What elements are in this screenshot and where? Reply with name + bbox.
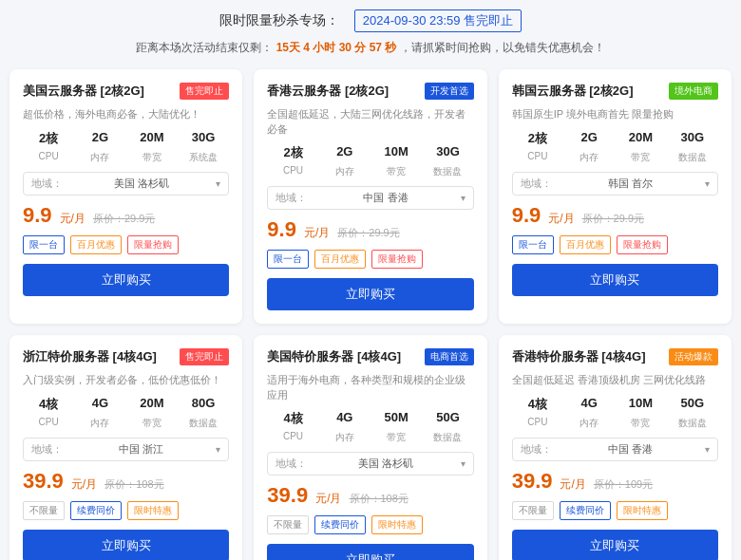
- tag-0-card-1: 限一台: [23, 235, 65, 254]
- spec-value-1: 2G: [319, 144, 370, 161]
- spec-label-3: 系统盘: [178, 151, 229, 164]
- tags-row-1: 限一台百月优惠限量抢购: [23, 235, 229, 254]
- buy-button-2[interactable]: 立即购买: [267, 278, 473, 310]
- price-original-1: 原价：29.9元: [93, 212, 155, 226]
- spec-value-3: 30G: [178, 130, 229, 147]
- countdown-prefix: 距离本场次活动结束仅剩：: [136, 41, 273, 54]
- spec-value-0: 2核: [512, 130, 563, 147]
- chevron-down-icon: ▾: [461, 458, 466, 469]
- tag-1-card-1: 百月优惠: [70, 235, 122, 254]
- card-badge-2: 开发首选: [425, 83, 474, 100]
- buy-button-6[interactable]: 立即购买: [512, 530, 718, 560]
- region-select-2[interactable]: 地域：中国 香港▾: [267, 186, 473, 210]
- region-select-3[interactable]: 地域：韩国 首尔▾: [512, 172, 718, 196]
- card-header-2: 香港云服务器 [2核2G]开发首选: [267, 83, 473, 100]
- tag-2-card-1: 限量抢购: [127, 235, 179, 254]
- spec-value-2: 10M: [370, 144, 422, 161]
- region-select-5[interactable]: 地域：美国 洛杉矶▾: [267, 452, 473, 476]
- cards-grid: 美国云服务器 [2核2G]售完即止超低价格，海外电商必备，大陆优化！2核2G20…: [10, 69, 732, 560]
- tag-2-card-4: 限时特惠: [127, 501, 179, 520]
- card-desc-1: 超低价格，海外电商必备，大陆优化！: [23, 107, 229, 121]
- tag-0-card-2: 限一台: [267, 250, 309, 269]
- region-label: 地域：: [31, 177, 63, 191]
- price-main-6: 39.9: [512, 469, 553, 494]
- spec-label-1: 内存: [74, 151, 125, 164]
- card-title-1: 美国云服务器 [2核2G]: [23, 83, 174, 100]
- spec-value-2: 20M: [126, 130, 178, 147]
- buy-button-1[interactable]: 立即购买: [23, 264, 229, 296]
- region-value: 美国 洛杉矶: [358, 457, 413, 471]
- region-value: 美国 洛杉矶: [114, 177, 169, 191]
- region-value: 中国 香港: [363, 191, 408, 205]
- price-unit-3: 元/月: [548, 211, 574, 227]
- card-header-1: 美国云服务器 [2核2G]售完即止: [23, 83, 229, 100]
- buy-button-3[interactable]: 立即购买: [512, 264, 718, 296]
- product-card-5: 美国特价服务器 [4核4G]电商首选适用于海外电商，各种类型和规模的企业级应用4…: [254, 335, 486, 560]
- product-card-1: 美国云服务器 [2核2G]售完即止超低价格，海外电商必备，大陆优化！2核2G20…: [10, 69, 242, 324]
- card-desc-6: 全国超低延迟 香港顶级机房 三网优化线路: [512, 373, 718, 387]
- price-unit-2: 元/月: [304, 225, 330, 241]
- spec-label-0: CPU: [267, 165, 318, 178]
- buy-button-5[interactable]: 立即购买: [267, 544, 473, 560]
- region-value: 韩国 首尔: [608, 177, 653, 191]
- price-original-4: 原价：108元: [104, 477, 163, 492]
- buy-button-4[interactable]: 立即购买: [23, 530, 229, 560]
- price-row-1: 9.9元/月原价：29.9元: [23, 203, 229, 228]
- spec-value-1: 2G: [74, 130, 125, 147]
- price-main-4: 39.9: [23, 469, 64, 494]
- spec-label-3: 数据盘: [422, 431, 473, 444]
- region-select-4[interactable]: 地域：中国 浙江▾: [23, 438, 229, 461]
- card-desc-3: 韩国原生IP 境外电商首先 限量抢购: [512, 107, 718, 121]
- chevron-down-icon: ▾: [705, 444, 710, 455]
- tag-0-card-3: 限一台: [512, 235, 554, 254]
- region-label: 地域：: [276, 457, 307, 471]
- spec-value-3: 30G: [667, 130, 718, 147]
- spec-value-0: 2核: [23, 130, 74, 147]
- price-row-4: 39.9元/月原价：108元: [23, 469, 229, 494]
- price-main-2: 9.9: [267, 217, 296, 242]
- card-specs-4: 4核4G20M80GCPU内存带宽数据盘: [23, 396, 229, 430]
- region-select-6[interactable]: 地域：中国 香港▾: [512, 438, 718, 461]
- tags-row-5: 不限量续费同价限时特惠: [267, 515, 473, 534]
- chevron-down-icon: ▾: [705, 178, 710, 189]
- card-header-6: 香港特价服务器 [4核4G]活动爆款: [512, 348, 718, 365]
- card-specs-2: 2核2G10M30GCPU内存带宽数据盘: [267, 144, 473, 178]
- spec-value-0: 4核: [267, 410, 318, 427]
- tags-row-4: 不限量续费同价限时特惠: [23, 501, 229, 520]
- spec-value-1: 4G: [319, 410, 370, 427]
- region-label: 地域：: [521, 177, 552, 191]
- card-desc-4: 入门级实例，开发者必备，低价优惠低价！: [23, 373, 229, 387]
- card-header-5: 美国特价服务器 [4核4G]电商首选: [267, 348, 473, 365]
- product-card-6: 香港特价服务器 [4核4G]活动爆款全国超低延迟 香港顶级机房 三网优化线路4核…: [499, 335, 732, 560]
- spec-value-2: 50M: [370, 410, 422, 427]
- spec-label-0: CPU: [23, 417, 74, 430]
- card-badge-3: 境外电商: [669, 83, 718, 100]
- chevron-down-icon: ▾: [216, 444, 220, 455]
- promo-title: 限时限量秒杀专场：: [219, 12, 339, 29]
- region-select-1[interactable]: 地域：美国 洛杉矶▾: [23, 172, 229, 196]
- card-header-3: 韩国云服务器 [2核2G]境外电商: [512, 83, 718, 100]
- chevron-down-icon: ▾: [461, 193, 466, 203]
- spec-label-2: 带宽: [370, 431, 422, 444]
- spec-value-0: 2核: [267, 144, 318, 161]
- spec-label-3: 数据盘: [667, 151, 718, 164]
- tag-2-card-5: 限时特惠: [371, 515, 423, 534]
- spec-value-2: 10M: [615, 396, 666, 413]
- tags-row-2: 限一台百月优惠限量抢购: [267, 250, 473, 269]
- price-unit-1: 元/月: [60, 211, 86, 227]
- spec-label-2: 带宽: [126, 151, 178, 164]
- spec-label-0: CPU: [267, 431, 318, 444]
- tag-1-card-4: 续费同价: [70, 501, 122, 520]
- spec-label-1: 内存: [563, 417, 615, 430]
- region-value: 中国 浙江: [119, 442, 163, 457]
- tag-0-card-4: 不限量: [23, 501, 65, 520]
- top-bar: 限时限量秒杀专场： 2024-09-30 23:59 售完即止: [10, 9, 732, 32]
- price-main-3: 9.9: [512, 203, 542, 228]
- price-unit-4: 元/月: [71, 476, 97, 493]
- spec-label-3: 数据盘: [667, 417, 718, 430]
- tag-2-card-2: 限量抢购: [371, 250, 423, 269]
- region-value: 中国 香港: [608, 442, 653, 457]
- region-label: 地域：: [521, 442, 552, 457]
- card-title-6: 香港特价服务器 [4核4G]: [512, 348, 663, 365]
- tag-0-card-5: 不限量: [267, 515, 309, 534]
